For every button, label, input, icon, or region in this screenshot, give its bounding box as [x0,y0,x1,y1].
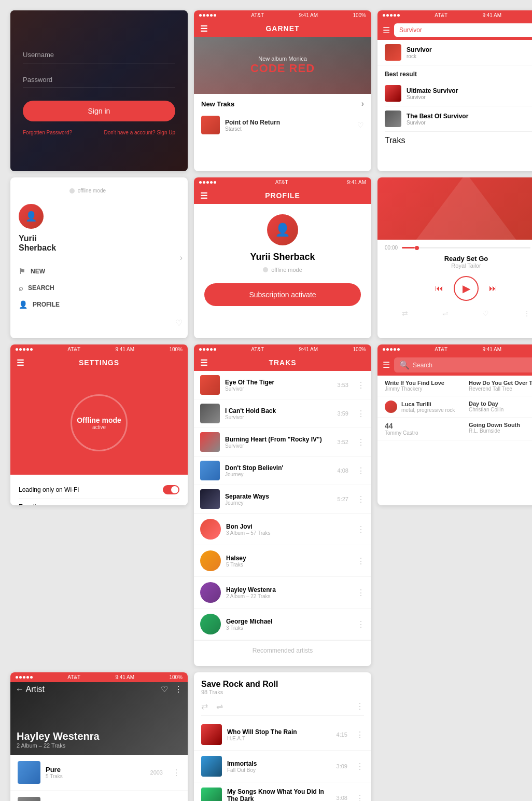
playlist-track-1[interactable]: Immortals Fall Out Boy 3:09 ⋮ [194,751,371,782]
track-row-1[interactable]: I Can't Hold Back Survivor 3:59 ⋮ [194,399,371,428]
shuffle-icon[interactable]: ⇌ [216,701,223,711]
rewind-button[interactable]: ⏮ [435,284,443,293]
traks-status-bar: AT&T 9:41 AM 100% [194,344,371,354]
artist-row-1[interactable]: Halsey 5 Traks ⋮ [194,545,371,577]
recent-left: Write If You Find Love Jimmy Thackery [385,380,464,392]
album-more-icon[interactable]: ⋮ [172,768,180,778]
shuffle-icon[interactable]: ⇌ [442,309,449,317]
trak-more-icon[interactable]: ⋮ [357,494,365,504]
player-track-artist: Royal Tailor [380,263,532,269]
equalizer-row[interactable]: Equalizer › [19,499,179,505]
more-icon[interactable]: ⋮ [356,701,364,711]
sign-in-button[interactable]: Sign in [23,101,175,121]
result-sub: rock [407,53,432,59]
menu-icon[interactable]: ☰ [200,191,208,201]
track-row-0[interactable]: Eye Of The Tiger Survivor 3:53 ⋮ [194,371,371,399]
search-box[interactable]: 🔍 Search [394,357,532,372]
nav-item-new[interactable]: ⚑ NEW [19,263,106,280]
app-header: ☰ GARNET [194,20,371,37]
sidebar-heart-icon[interactable]: ♡ [175,318,183,328]
nav-profile-label: PROFILE [33,301,60,308]
traks-label: Traks [385,136,405,145]
artist-more-icon[interactable]: ⋮ [357,524,365,534]
menu-icon[interactable]: ☰ [383,25,390,35]
recent-sub: Jimmy Thackery [385,386,464,392]
drawer-handle[interactable]: › [180,253,183,263]
equalizer-label: Equalizer [19,503,45,505]
track-row-3[interactable]: Don't Stop Believin' Journey 4:08 ⋮ [194,457,371,485]
artist-more-icon[interactable]: ⋮ [357,556,365,566]
signal-dots [16,676,33,679]
subscribe-button[interactable]: Subscription activate [204,283,361,306]
top-result-item[interactable]: Survivor rock [377,40,532,65]
new-icon: ⚑ [19,267,25,275]
back-button[interactable]: ← Artist [16,685,45,694]
artist-more-icon[interactable]: ⋮ [357,619,365,629]
heart-icon[interactable]: ♡ [161,684,168,694]
sign-up-link[interactable]: Sign Up [157,130,175,135]
more-icon[interactable]: ⋮ [523,309,530,317]
sidebar-panel: offline mode 👤 YuriiSherback ⚑ NEW ⌕ SEA… [10,177,114,338]
best-result-2[interactable]: The Best Of Survivor Survivor [385,106,532,132]
trak-more-icon[interactable]: ⋮ [357,466,365,476]
play-button[interactable]: ▶ [454,276,479,301]
password-input[interactable] [23,72,175,88]
artist-name: Hayley Westenra [226,586,352,593]
trak-more-icon[interactable]: ⋮ [357,380,365,390]
offline-toggle[interactable]: offline mode [69,188,106,194]
time: 9:41 AM [115,674,134,680]
nav-item-profile[interactable]: 👤 PROFILE [19,296,106,313]
track-row-4[interactable]: Separate Ways Journey 5:27 ⋮ [194,485,371,514]
progress-bar[interactable] [402,247,530,248]
menu-icon[interactable]: ☰ [383,360,390,370]
album-row-0[interactable]: Pure 5 Traks 2003 ⋮ [10,755,188,791]
pl-more-icon-2[interactable]: ⋮ [356,793,364,802]
recent-name-3: Day to Day [469,400,532,407]
artist-row-3[interactable]: George Michael 3 Traks ⋮ [194,609,371,640]
menu-icon[interactable]: ☰ [200,358,208,368]
playlist-track-0[interactable]: Who Will Stop The Rain H.E.A.T 4:15 ⋮ [194,719,371,751]
trak-more-icon[interactable]: ⋮ [357,409,365,419]
profile-header: ☰ PROFILE [194,187,371,204]
artist-info: George Michael 3 Traks [226,618,352,631]
fast-forward-button[interactable]: ⏭ [489,284,497,293]
carrier: AT&T [67,347,80,352]
pl-more-icon-1[interactable]: ⋮ [356,762,364,771]
wifi-toggle[interactable] [163,485,179,494]
equalizer-chevron[interactable]: › [177,503,179,505]
nav-item-search[interactable]: ⌕ SEARCH [19,280,106,296]
menu-icon[interactable]: ☰ [17,358,24,368]
recent-sub-4: R.L. Burnside [469,428,532,434]
more-icon[interactable]: ⋮ [174,684,183,694]
offline-label: Offline mode [77,416,121,424]
best-result-1[interactable]: Ultimate Survivor Survivor [385,81,532,106]
artist-thumb [200,582,221,603]
artist-row-2[interactable]: Hayley Westenra 2 Album – 22 Traks ⋮ [194,577,371,609]
battery: 100% [169,347,183,352]
album-row-1[interactable]: Odyssey 13 Traks 2005 ⋮ [10,791,188,801]
traks-title: TRAKS [269,358,296,367]
artist-more-icon[interactable]: ⋮ [357,588,365,598]
repeat-icon[interactable]: ⇄ [402,309,408,317]
artist-row-0[interactable]: Bon Jovi 3 Album – 57 Traks ⋮ [194,514,371,545]
track-row-2[interactable]: Burning Heart (From "Rocky IV") Survivor… [194,428,371,457]
heart-icon[interactable]: ♡ [357,121,364,129]
menu-icon[interactable]: ☰ [200,24,208,34]
recent-name: Write If You Find Love [385,380,464,386]
pl-more-icon-0[interactable]: ⋮ [356,730,364,740]
traks-screen: AT&T 9:41 AM 100% ☰ TRAKS Eye Of The Tig… [194,344,371,666]
search-input-box[interactable]: Survivor ✕ [394,23,532,37]
signal-dots [16,348,33,351]
trak-artist: Survivor [225,386,332,392]
repeat-icon[interactable]: ⇄ [201,701,208,711]
trak-name: Eye Of The Tiger [225,379,332,386]
track-item[interactable]: Point of No Return Starset ♡ [194,112,371,139]
playlist-track-2[interactable]: My Songs Know What You Did In The Dark F… [194,782,371,801]
chevron-right-icon[interactable]: › [361,99,364,108]
offline-circle[interactable]: Offline mode active [71,394,128,451]
heart-icon[interactable]: ♡ [482,309,489,317]
trak-more-icon[interactable]: ⋮ [357,437,365,447]
forgot-password-link[interactable]: Forgotten Password? [23,130,72,135]
pl-track-artist-1: Fall Out Boy [227,767,331,773]
username-input[interactable] [23,47,175,63]
